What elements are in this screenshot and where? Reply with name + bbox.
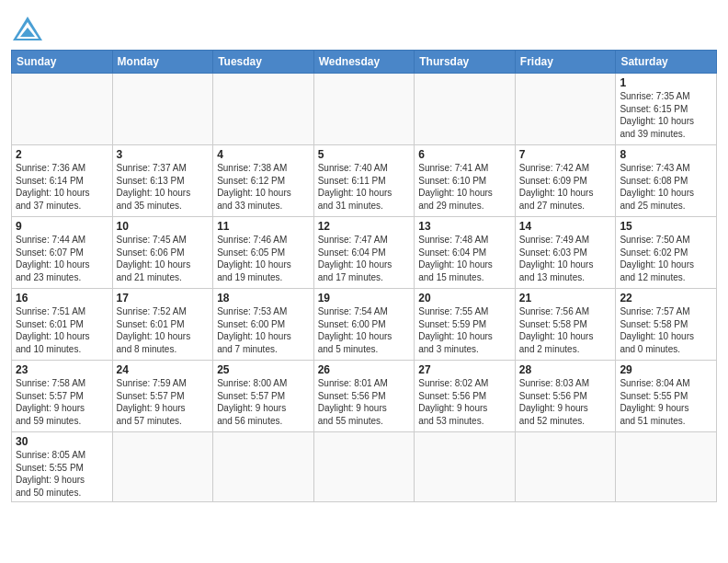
calendar-cell: 1Sunrise: 7:35 AM Sunset: 6:15 PM Daylig… xyxy=(616,74,717,145)
day-number: 10 xyxy=(117,220,210,233)
weekday-header: Monday xyxy=(112,51,213,74)
day-number: 18 xyxy=(217,292,310,304)
day-info: Sunrise: 7:36 AM Sunset: 6:14 PM Dayligh… xyxy=(16,162,108,212)
calendar-cell xyxy=(515,432,616,502)
day-number: 27 xyxy=(418,363,511,376)
day-number: 4 xyxy=(217,148,310,161)
calendar-week-row: 9Sunrise: 7:44 AM Sunset: 6:07 PM Daylig… xyxy=(12,217,717,289)
day-info: Sunrise: 7:56 AM Sunset: 5:58 PM Dayligh… xyxy=(519,305,612,355)
page-container: SundayMondayTuesdayWednesdayThursdayFrid… xyxy=(0,0,728,510)
calendar: SundayMondayTuesdayWednesdayThursdayFrid… xyxy=(11,50,717,502)
calendar-cell xyxy=(415,432,516,502)
day-info: Sunrise: 7:44 AM Sunset: 6:07 PM Dayligh… xyxy=(16,234,108,283)
calendar-cell xyxy=(112,74,213,145)
calendar-cell: 27Sunrise: 8:02 AM Sunset: 5:56 PM Dayli… xyxy=(415,361,516,432)
calendar-cell: 23Sunrise: 7:58 AM Sunset: 5:57 PM Dayli… xyxy=(12,361,113,432)
calendar-cell: 22Sunrise: 7:57 AM Sunset: 5:58 PM Dayli… xyxy=(616,289,717,361)
calendar-cell: 10Sunrise: 7:45 AM Sunset: 6:06 PM Dayli… xyxy=(112,217,213,289)
weekday-header: Saturday xyxy=(616,51,717,74)
day-number: 7 xyxy=(519,148,612,161)
calendar-cell xyxy=(213,74,314,145)
day-info: Sunrise: 7:37 AM Sunset: 6:13 PM Dayligh… xyxy=(117,162,210,212)
day-number: 29 xyxy=(620,363,712,376)
calendar-cell: 9Sunrise: 7:44 AM Sunset: 6:07 PM Daylig… xyxy=(12,217,113,289)
weekday-header: Wednesday xyxy=(313,51,415,74)
day-number: 24 xyxy=(117,363,210,376)
calendar-header-row: SundayMondayTuesdayWednesdayThursdayFrid… xyxy=(12,51,717,74)
day-info: Sunrise: 8:01 AM Sunset: 5:56 PM Dayligh… xyxy=(318,377,411,427)
day-info: Sunrise: 7:41 AM Sunset: 6:10 PM Dayligh… xyxy=(418,162,511,212)
calendar-cell: 26Sunrise: 8:01 AM Sunset: 5:56 PM Dayli… xyxy=(313,361,415,432)
day-number: 21 xyxy=(519,292,612,304)
day-number: 26 xyxy=(318,363,411,376)
day-number: 8 xyxy=(620,148,712,161)
calendar-week-row: 30Sunrise: 8:05 AM Sunset: 5:55 PM Dayli… xyxy=(12,432,717,502)
day-number: 30 xyxy=(16,435,108,448)
day-number: 25 xyxy=(217,363,310,376)
calendar-cell xyxy=(515,74,616,145)
day-number: 16 xyxy=(16,292,108,304)
calendar-cell: 5Sunrise: 7:40 AM Sunset: 6:11 PM Daylig… xyxy=(313,145,415,217)
day-number: 12 xyxy=(318,220,411,233)
calendar-cell: 2Sunrise: 7:36 AM Sunset: 6:14 PM Daylig… xyxy=(12,145,113,217)
day-info: Sunrise: 7:58 AM Sunset: 5:57 PM Dayligh… xyxy=(16,377,108,427)
day-info: Sunrise: 7:53 AM Sunset: 6:00 PM Dayligh… xyxy=(217,305,310,355)
day-info: Sunrise: 8:00 AM Sunset: 5:57 PM Dayligh… xyxy=(217,377,310,427)
calendar-cell: 28Sunrise: 8:03 AM Sunset: 5:56 PM Dayli… xyxy=(515,361,616,432)
weekday-header: Tuesday xyxy=(213,51,314,74)
day-number: 3 xyxy=(117,148,210,161)
weekday-header: Thursday xyxy=(415,51,516,74)
day-info: Sunrise: 7:46 AM Sunset: 6:05 PM Dayligh… xyxy=(217,234,310,283)
calendar-cell: 14Sunrise: 7:49 AM Sunset: 6:03 PM Dayli… xyxy=(515,217,616,289)
header xyxy=(11,9,717,42)
calendar-cell: 8Sunrise: 7:43 AM Sunset: 6:08 PM Daylig… xyxy=(616,145,717,217)
day-info: Sunrise: 7:49 AM Sunset: 6:03 PM Dayligh… xyxy=(519,234,612,283)
day-number: 9 xyxy=(16,220,108,233)
weekday-header: Friday xyxy=(515,51,616,74)
day-number: 17 xyxy=(117,292,210,304)
day-info: Sunrise: 8:05 AM Sunset: 5:55 PM Dayligh… xyxy=(16,449,108,499)
calendar-cell: 19Sunrise: 7:54 AM Sunset: 6:00 PM Dayli… xyxy=(313,289,415,361)
calendar-cell xyxy=(616,432,717,502)
day-info: Sunrise: 7:55 AM Sunset: 5:59 PM Dayligh… xyxy=(418,305,511,355)
day-info: Sunrise: 8:03 AM Sunset: 5:56 PM Dayligh… xyxy=(519,377,612,427)
calendar-cell: 21Sunrise: 7:56 AM Sunset: 5:58 PM Dayli… xyxy=(515,289,616,361)
day-info: Sunrise: 7:57 AM Sunset: 5:58 PM Dayligh… xyxy=(620,305,712,355)
day-info: Sunrise: 7:50 AM Sunset: 6:02 PM Dayligh… xyxy=(620,234,712,283)
day-info: Sunrise: 7:51 AM Sunset: 6:01 PM Dayligh… xyxy=(16,305,108,355)
day-info: Sunrise: 7:40 AM Sunset: 6:11 PM Dayligh… xyxy=(318,162,411,212)
day-info: Sunrise: 7:35 AM Sunset: 6:15 PM Dayligh… xyxy=(620,90,712,140)
calendar-cell: 18Sunrise: 7:53 AM Sunset: 6:00 PM Dayli… xyxy=(213,289,314,361)
calendar-cell xyxy=(112,432,213,502)
calendar-cell xyxy=(313,74,415,145)
calendar-cell xyxy=(313,432,415,502)
day-info: Sunrise: 7:45 AM Sunset: 6:06 PM Dayligh… xyxy=(117,234,210,283)
calendar-cell xyxy=(213,432,314,502)
day-number: 15 xyxy=(620,220,712,233)
calendar-cell: 20Sunrise: 7:55 AM Sunset: 5:59 PM Dayli… xyxy=(415,289,516,361)
calendar-cell: 24Sunrise: 7:59 AM Sunset: 5:57 PM Dayli… xyxy=(112,361,213,432)
calendar-cell: 25Sunrise: 8:00 AM Sunset: 5:57 PM Dayli… xyxy=(213,361,314,432)
day-number: 14 xyxy=(519,220,612,233)
calendar-cell: 16Sunrise: 7:51 AM Sunset: 6:01 PM Dayli… xyxy=(12,289,113,361)
calendar-cell xyxy=(12,74,113,145)
logo xyxy=(11,15,48,42)
calendar-cell: 3Sunrise: 7:37 AM Sunset: 6:13 PM Daylig… xyxy=(112,145,213,217)
day-info: Sunrise: 7:54 AM Sunset: 6:00 PM Dayligh… xyxy=(318,305,411,355)
calendar-cell: 17Sunrise: 7:52 AM Sunset: 6:01 PM Dayli… xyxy=(112,289,213,361)
day-number: 1 xyxy=(620,76,712,89)
day-info: Sunrise: 7:42 AM Sunset: 6:09 PM Dayligh… xyxy=(519,162,612,212)
calendar-cell: 29Sunrise: 8:04 AM Sunset: 5:55 PM Dayli… xyxy=(616,361,717,432)
calendar-cell: 7Sunrise: 7:42 AM Sunset: 6:09 PM Daylig… xyxy=(515,145,616,217)
day-number: 19 xyxy=(318,292,411,304)
calendar-cell: 6Sunrise: 7:41 AM Sunset: 6:10 PM Daylig… xyxy=(415,145,516,217)
day-number: 20 xyxy=(418,292,511,304)
day-info: Sunrise: 7:43 AM Sunset: 6:08 PM Dayligh… xyxy=(620,162,712,212)
day-info: Sunrise: 7:59 AM Sunset: 5:57 PM Dayligh… xyxy=(117,377,210,427)
calendar-cell: 12Sunrise: 7:47 AM Sunset: 6:04 PM Dayli… xyxy=(313,217,415,289)
day-number: 23 xyxy=(16,363,108,376)
day-number: 28 xyxy=(519,363,612,376)
calendar-week-row: 1Sunrise: 7:35 AM Sunset: 6:15 PM Daylig… xyxy=(12,74,717,145)
calendar-week-row: 16Sunrise: 7:51 AM Sunset: 6:01 PM Dayli… xyxy=(12,289,717,361)
calendar-cell: 4Sunrise: 7:38 AM Sunset: 6:12 PM Daylig… xyxy=(213,145,314,217)
